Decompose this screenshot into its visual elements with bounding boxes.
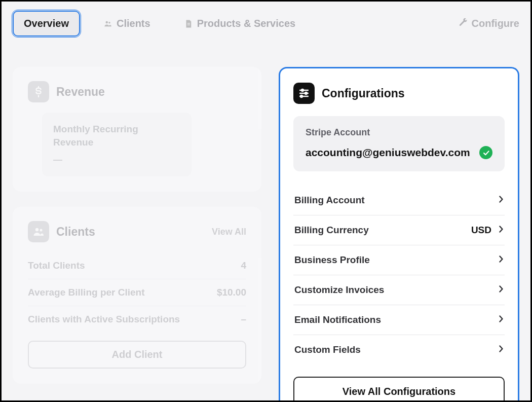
- svg-point-7: [301, 89, 303, 91]
- revenue-title: Revenue: [56, 85, 105, 99]
- stat-row: Clients with Active Subscriptions –: [28, 306, 246, 333]
- stat-row: Average Billing per Client $10.00: [28, 279, 246, 306]
- stripe-email: accounting@geniuswebdev.com: [306, 147, 470, 159]
- check-icon: [479, 146, 492, 159]
- sliders-icon: [293, 83, 315, 104]
- configurations-card: Configurations Stripe Account accounting…: [279, 67, 519, 402]
- stat-value: $10.00: [217, 287, 246, 298]
- mrr-box: Monthly Recurring Revenue —: [42, 113, 192, 176]
- svg-point-5: [40, 229, 43, 232]
- stat-label: Average Billing per Client: [28, 287, 145, 298]
- svg-rect-2: [187, 23, 189, 23]
- config-item-label: Custom Fields: [294, 344, 361, 355]
- people-icon: [103, 19, 112, 28]
- tabs-bar: Overview Clients Products & Services Con…: [13, 11, 519, 36]
- config-item-label: Billing Currency: [294, 225, 369, 236]
- add-client-button[interactable]: Add Client: [28, 341, 246, 369]
- svg-rect-3: [187, 24, 189, 25]
- config-item-billing-account[interactable]: Billing Account: [293, 186, 505, 215]
- chevron-right-icon: [499, 226, 504, 235]
- svg-point-1: [108, 22, 110, 23]
- chevron-right-icon: [499, 255, 504, 265]
- mrr-label: Monthly Recurring Revenue: [53, 123, 180, 149]
- stat-value: 4: [241, 260, 246, 271]
- config-title: Configurations: [322, 87, 405, 100]
- document-icon: [184, 19, 193, 28]
- config-item-label: Email Notifications: [294, 314, 381, 325]
- config-item-label: Billing Account: [294, 195, 365, 206]
- svg-point-0: [105, 21, 108, 23]
- tab-label: Products & Services: [197, 18, 296, 29]
- configure-link[interactable]: Configure: [459, 18, 519, 29]
- view-all-configurations-button[interactable]: View All Configurations: [293, 377, 505, 402]
- config-item-customize-invoices[interactable]: Customize Invoices: [293, 275, 505, 305]
- dollar-icon: [28, 81, 49, 102]
- view-all-clients-link[interactable]: View All: [212, 227, 246, 237]
- stat-label: Clients with Active Subscriptions: [28, 314, 180, 325]
- stripe-label: Stripe Account: [306, 127, 492, 138]
- config-item-custom-fields[interactable]: Custom Fields: [293, 335, 505, 364]
- config-item-email-notifications[interactable]: Email Notifications: [293, 305, 505, 335]
- stat-label: Total Clients: [28, 260, 85, 271]
- people-icon: [28, 221, 49, 242]
- configure-label: Configure: [472, 18, 519, 29]
- tab-clients[interactable]: Clients: [93, 12, 161, 35]
- stripe-account-box: Stripe Account accounting@geniuswebdev.c…: [293, 116, 505, 171]
- tab-label: Clients: [117, 18, 150, 29]
- tab-overview[interactable]: Overview: [13, 11, 80, 36]
- tab-label: Overview: [24, 18, 69, 29]
- clients-title: Clients: [56, 225, 95, 239]
- revenue-card: Revenue Monthly Recurring Revenue —: [13, 67, 261, 192]
- clients-card: Clients View All Total Clients 4 Average…: [13, 207, 261, 384]
- svg-point-4: [35, 228, 39, 231]
- chevron-right-icon: [499, 196, 504, 205]
- stat-row: Total Clients 4: [28, 252, 246, 279]
- config-item-label: Customize Invoices: [294, 284, 384, 296]
- svg-point-9: [305, 92, 307, 94]
- config-item-label: Business Profile: [294, 254, 370, 266]
- config-item-value: USD: [471, 225, 491, 236]
- stat-value: –: [241, 314, 246, 325]
- wrench-icon: [459, 18, 468, 29]
- tab-products[interactable]: Products & Services: [174, 12, 306, 35]
- config-item-business-profile[interactable]: Business Profile: [293, 245, 505, 275]
- svg-point-11: [300, 95, 302, 97]
- chevron-right-icon: [499, 285, 504, 295]
- mrr-value: —: [53, 155, 180, 165]
- chevron-right-icon: [499, 315, 504, 324]
- chevron-right-icon: [499, 345, 504, 354]
- config-item-billing-currency[interactable]: Billing Currency USD: [293, 215, 505, 245]
